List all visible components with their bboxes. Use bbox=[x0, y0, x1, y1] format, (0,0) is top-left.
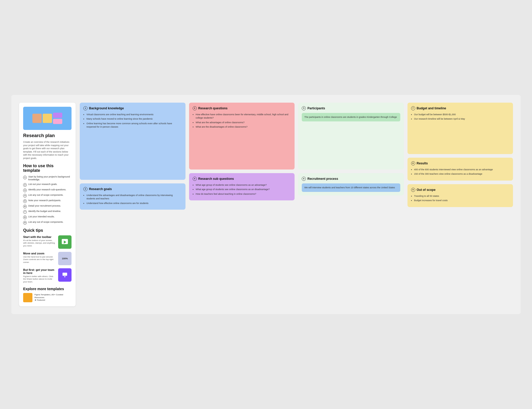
card-title-goals: 2 Research goals bbox=[83, 187, 182, 191]
step-text: Identify the budget and timeline. bbox=[28, 210, 61, 213]
card-title-sub: 4 Research sub questions bbox=[193, 177, 291, 181]
participants-inner: The participants in online classrooms ar… bbox=[302, 113, 400, 122]
list-item: Budget increases for travel costs bbox=[414, 199, 510, 202]
list-item: Virtual classrooms are online teaching a… bbox=[86, 113, 182, 117]
step-text: Detail your recruitment process. bbox=[28, 204, 61, 208]
results-list: 400 of the 600 students interviewed view… bbox=[411, 168, 510, 176]
canvas-wrapper: Research plan Create an overview of the … bbox=[11, 95, 521, 314]
step-text: Note your research participants. bbox=[28, 199, 61, 202]
card-body-goals: Understand the advantages and disadvanta… bbox=[83, 194, 182, 205]
list-item: Many schools have moved to online learni… bbox=[86, 117, 182, 121]
step-text: Identify your research sub-questions. bbox=[28, 188, 66, 191]
step-item: 9 List any out of scope components. bbox=[23, 221, 72, 225]
card-results: 8 Results 400 of the 600 students interv… bbox=[407, 158, 513, 181]
list-item: Understand the advantages and disadvanta… bbox=[86, 194, 182, 201]
tip-title: Move and zoom bbox=[23, 252, 56, 255]
step-number: 5 bbox=[23, 199, 27, 203]
explore-icon bbox=[23, 293, 32, 302]
step-item: 4 List any out of scope components. bbox=[23, 194, 72, 198]
sidebar-hero bbox=[23, 107, 72, 130]
card-research-goals: 2 Research goals Understand the advantag… bbox=[80, 183, 185, 210]
explore-card: Figma Templates | 60+ Curated Resources … bbox=[23, 293, 72, 302]
card-body-questions: How effective have online classrooms bee… bbox=[193, 113, 291, 129]
card-num-9: 9 bbox=[411, 188, 415, 192]
sidebar: Research plan Create an overview of the … bbox=[19, 103, 76, 306]
step-number: 9 bbox=[23, 221, 27, 225]
step-text: List your intended results. bbox=[28, 215, 55, 218]
step-text: Start by listing your project's backgrou… bbox=[28, 175, 72, 181]
sidebar-desc: Create an overview of the research initi… bbox=[23, 140, 72, 160]
card-background-knowledge: 1 Background knowledge Virtual classroom… bbox=[80, 103, 185, 180]
card-body-budget: Our budget will be between $500-$1,000Ou… bbox=[411, 113, 510, 121]
step-number: 8 bbox=[23, 216, 27, 219]
card-out-of-scope: 9 Out of scope Traveling to all 50 state… bbox=[407, 184, 513, 207]
list-item: What are the advantages of online classr… bbox=[196, 121, 291, 125]
explore-title: Explore more templates bbox=[23, 287, 72, 291]
list-item: 400 of the 600 students interviewed view… bbox=[414, 168, 510, 172]
how-to-title: How to use this template bbox=[23, 164, 72, 173]
card-title-recruitment: 6 Recruitment process bbox=[302, 177, 400, 181]
step-number: 7 bbox=[23, 210, 27, 214]
step-number: 1 bbox=[23, 176, 27, 179]
list-item: Our budget will be between $500-$1,000 bbox=[414, 113, 510, 117]
card-title-scope: 9 Out of scope bbox=[411, 188, 510, 192]
step-item: 6 Detail your recruitment process. bbox=[23, 204, 72, 208]
step-item: 7 Identify the budget and timeline. bbox=[23, 210, 72, 214]
board: 1 Background knowledge Virtual classroom… bbox=[80, 103, 513, 210]
tip-title: But first: get your team in here bbox=[23, 268, 56, 274]
tip-desc: It's at the bottom of your screen, with … bbox=[23, 239, 56, 247]
steps-list: 1 Start by listing your project's backgr… bbox=[23, 175, 72, 225]
card-sub-questions: 4 Research sub questions What age group … bbox=[189, 173, 295, 201]
recruitment-inner: We will interview students and teachers … bbox=[302, 183, 400, 192]
tip-desc: Use the hand tool to pan around. Zoom co… bbox=[23, 256, 56, 264]
explore-text: Figma Templates | 60+ Curated Resources … bbox=[34, 294, 72, 301]
card-num-6: 6 bbox=[302, 177, 306, 181]
card-body-results: 400 of the 600 students interviewed view… bbox=[411, 168, 510, 176]
tip-text-block: But first: get your team in here FigJam'… bbox=[23, 268, 56, 283]
step-number: 3 bbox=[23, 189, 27, 192]
hero-block-4 bbox=[53, 119, 62, 124]
card-budget: 7 Budget and timeline Our budget will be… bbox=[407, 103, 513, 154]
participants-text: The participants in online classrooms ar… bbox=[304, 115, 398, 119]
budget-list: Our budget will be between $500-$1,000Ou… bbox=[411, 113, 510, 121]
step-item: 1 Start by listing your project's backgr… bbox=[23, 175, 72, 181]
hero-block-1 bbox=[32, 114, 42, 123]
card-title-questions: 3 Research questions bbox=[193, 106, 291, 110]
step-text: List out your research goals. bbox=[28, 183, 57, 186]
step-item: 2 List out your research goals. bbox=[23, 183, 72, 187]
tip-text-block: Move and zoom Use the hand tool to pan a… bbox=[23, 252, 56, 264]
list-item: How do teachers feel about teaching in o… bbox=[196, 192, 291, 196]
card-num-1: 1 bbox=[83, 106, 87, 110]
step-text: List any out of scope components. bbox=[28, 221, 64, 224]
list-item: 150 of the 300 teachers view online clas… bbox=[414, 172, 510, 176]
card-research-questions: 3 Research questions How effective have … bbox=[189, 103, 295, 170]
list-item: Our research timeline will be between Ap… bbox=[414, 117, 510, 121]
tip-item: Start with the toolbar It's at the botto… bbox=[23, 235, 72, 249]
card-participants: 5 Participants The participants in onlin… bbox=[298, 103, 404, 170]
recruitment-text: We will interview students and teachers … bbox=[304, 186, 398, 190]
list-item: What age group of students see online cl… bbox=[196, 188, 291, 191]
tip-text-block: Start with the toolbar It's at the botto… bbox=[23, 235, 56, 247]
svg-rect-2 bbox=[63, 273, 67, 276]
sidebar-title: Research plan bbox=[23, 133, 72, 138]
quick-tips-title: Quick tips bbox=[23, 228, 72, 233]
step-item: 5 Note your research participants. bbox=[23, 199, 72, 203]
tip-item: Move and zoom Use the hand tool to pan a… bbox=[23, 252, 72, 265]
card-num-7: 7 bbox=[411, 106, 415, 110]
list-item: What age group of students see online cl… bbox=[196, 183, 291, 187]
bg-list: Virtual classrooms are online teaching a… bbox=[83, 113, 182, 129]
col-3: 5 Participants The participants in onlin… bbox=[298, 103, 404, 196]
card-title-background: 1 Background knowledge bbox=[83, 106, 182, 110]
card-body-background: Virtual classrooms are online teaching a… bbox=[83, 113, 182, 129]
step-item: 3 Identify your research sub-questions. bbox=[23, 188, 72, 192]
card-num-4: 4 bbox=[193, 177, 197, 181]
step-number: 4 bbox=[23, 194, 27, 198]
card-title-participants: 5 Participants bbox=[302, 106, 400, 110]
scope-list: Traveling to all 50 statesBudget increas… bbox=[411, 194, 510, 202]
card-body-sub: What age group of students see online cl… bbox=[193, 183, 291, 196]
card-body-scope: Traveling to all 50 statesBudget increas… bbox=[411, 194, 510, 202]
card-num-2: 2 bbox=[83, 187, 87, 191]
hero-block-2 bbox=[43, 114, 52, 123]
list-item: What are the disadvantages of online cla… bbox=[196, 125, 291, 129]
card-num-8: 8 bbox=[411, 161, 415, 165]
